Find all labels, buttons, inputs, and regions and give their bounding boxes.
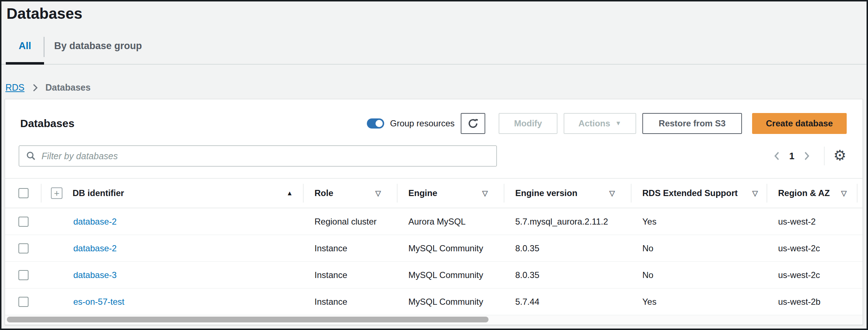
- region-az-cell: us-west-2c: [767, 243, 858, 253]
- databases-table: + DB identifier ▲ Role ▽ Engine ▽ Engine…: [5, 178, 863, 315]
- row-checkbox[interactable]: [18, 217, 29, 227]
- active-tab-indicator: [6, 62, 44, 65]
- select-all-checkbox[interactable]: [18, 188, 29, 198]
- actions-button: Actions ▼: [564, 113, 636, 134]
- column-header-db-identifier[interactable]: + DB identifier ▲: [42, 184, 304, 203]
- column-header-engine-version[interactable]: Engine version ▽: [504, 184, 632, 203]
- role-cell: Instance: [304, 270, 398, 280]
- refresh-button[interactable]: [461, 113, 485, 134]
- table-row: database-3 Instance MySQL Community 8.0.…: [5, 262, 863, 288]
- engine-cell: MySQL Community: [398, 297, 504, 307]
- page-title: Databases: [6, 5, 82, 22]
- engine-cell: Aurora MySQL: [398, 217, 504, 227]
- breadcrumb-chevron-icon: [31, 83, 39, 92]
- column-filter-icon[interactable]: ▽: [482, 189, 488, 197]
- create-database-button[interactable]: Create database: [752, 113, 847, 134]
- row-checkbox[interactable]: [18, 243, 29, 253]
- breadcrumb: RDS Databases: [5, 82, 91, 93]
- filter-input-wrap: [19, 146, 497, 166]
- pagination: 1 ⚙: [769, 146, 846, 166]
- preferences-gear-icon[interactable]: ⚙: [833, 148, 846, 164]
- engine-version-cell: 8.0.35: [504, 243, 632, 253]
- column-label: Engine version: [515, 188, 577, 198]
- column-header-rds-extended-support[interactable]: RDS Extended Support ▽: [632, 184, 767, 203]
- engine-version-cell: 8.0.35: [504, 270, 632, 280]
- tab-all[interactable]: All: [6, 40, 44, 52]
- column-filter-icon[interactable]: ▽: [841, 189, 847, 197]
- column-filter-icon[interactable]: ▽: [376, 189, 381, 197]
- engine-cell: MySQL Community: [398, 270, 504, 280]
- role-cell: Regional cluster: [304, 217, 398, 227]
- current-page-number[interactable]: 1: [789, 151, 794, 162]
- modify-button: Modify: [499, 113, 557, 134]
- table-row: es-on-57-test Instance MySQL Community 5…: [5, 288, 863, 315]
- engine-cell: MySQL Community: [398, 243, 504, 253]
- expand-all-icon[interactable]: +: [51, 187, 62, 199]
- role-cell: Instance: [304, 297, 398, 307]
- db-identifier-link[interactable]: es-on-57-test: [73, 297, 124, 307]
- rds-extended-support-cell: Yes: [632, 217, 767, 227]
- toolbar: Group resources Modify Actions ▼ Restore…: [367, 113, 847, 134]
- refresh-icon: [467, 117, 479, 130]
- next-page-button[interactable]: [799, 148, 815, 164]
- toggle-knob: [376, 120, 383, 127]
- pagination-divider: [824, 147, 825, 165]
- header-select-cell: [5, 184, 42, 203]
- breadcrumb-rds-link[interactable]: RDS: [5, 82, 25, 93]
- column-filter-icon[interactable]: ▽: [609, 189, 615, 197]
- horizontal-scrollbar-track: [5, 315, 862, 324]
- tabs-hairline: [0, 64, 868, 65]
- db-identifier-link[interactable]: database-3: [73, 270, 117, 280]
- db-identifier-link[interactable]: database-2: [73, 243, 117, 253]
- tab-divider: [44, 37, 44, 57]
- row-checkbox[interactable]: [18, 297, 29, 307]
- row-checkbox[interactable]: [18, 270, 29, 280]
- rds-extended-support-cell: Yes: [632, 297, 767, 307]
- table-header-row: + DB identifier ▲ Role ▽ Engine ▽ Engine…: [5, 178, 863, 208]
- rds-extended-support-cell: No: [632, 270, 767, 280]
- role-cell: Instance: [304, 243, 398, 253]
- breadcrumb-current: Databases: [45, 82, 91, 93]
- sort-ascending-icon[interactable]: ▲: [286, 190, 293, 197]
- table-row: database-2 Regional cluster Aurora MySQL…: [5, 208, 863, 235]
- region-az-cell: us-west-2: [767, 217, 858, 227]
- column-label: Region & AZ: [778, 188, 830, 198]
- filter-databases-input[interactable]: [42, 147, 496, 165]
- group-resources-toggle[interactable]: [367, 118, 384, 129]
- actions-caret-icon: ▼: [615, 120, 621, 127]
- tab-by-database-group[interactable]: By database group: [54, 40, 142, 52]
- column-label: Role: [314, 188, 333, 198]
- header-spacer-cell: [858, 184, 868, 203]
- region-az-cell: us-west-2b: [767, 297, 858, 307]
- previous-page-button[interactable]: [769, 148, 785, 164]
- column-label: RDS Extended Support: [642, 188, 738, 198]
- region-az-cell: us-west-2c: [767, 270, 858, 280]
- column-header-role[interactable]: Role ▽: [304, 184, 398, 203]
- panel-heading: Databases: [20, 117, 74, 130]
- search-icon: [26, 151, 36, 161]
- engine-version-cell: 5.7.44: [504, 297, 632, 307]
- horizontal-scrollbar-thumb[interactable]: [7, 317, 489, 322]
- actions-label: Actions: [578, 118, 610, 129]
- table-row: database-2 Instance MySQL Community 8.0.…: [5, 235, 863, 262]
- column-header-region-az[interactable]: Region & AZ ▽: [767, 184, 858, 203]
- databases-panel: Databases Group resources Modify Actions…: [5, 99, 863, 325]
- rds-extended-support-cell: No: [632, 243, 767, 253]
- column-filter-icon[interactable]: ▽: [752, 189, 758, 197]
- restore-from-s3-button[interactable]: Restore from S3: [642, 113, 742, 134]
- group-resources-label: Group resources: [390, 118, 455, 129]
- column-header-engine[interactable]: Engine ▽: [398, 184, 504, 203]
- column-label: Engine: [408, 188, 437, 198]
- db-identifier-link[interactable]: database-2: [73, 217, 117, 226]
- column-label: DB identifier: [73, 188, 124, 198]
- engine-version-cell: 5.7.mysql_aurora.2.11.2: [504, 217, 632, 227]
